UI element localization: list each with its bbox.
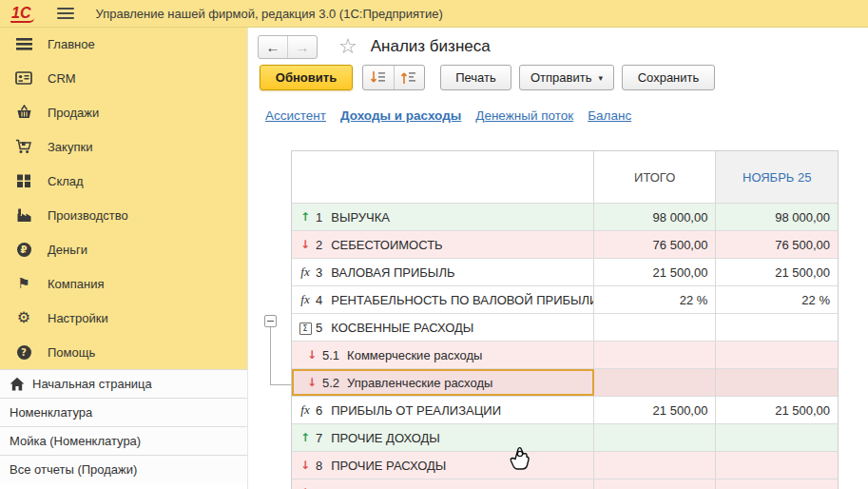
- tree-line: [270, 384, 291, 385]
- row-label-cell[interactable]: ↓5.2Управленческие расходы: [292, 369, 594, 396]
- table-row[interactable]: fx4РЕНТАБЕЛЬНОСТЬ ПО ВАЛОВОЙ ПРИБЫЛИ22 %…: [292, 285, 838, 313]
- period-value-cell[interactable]: 98 000,00: [716, 204, 838, 230]
- table-row[interactable]: ↓2СЕБЕСТОИМОСТЬ76 500,0076 500,00: [292, 230, 838, 258]
- report-tab[interactable]: Денежный поток: [475, 108, 573, 123]
- row-label-cell[interactable]: fx4РЕНТАБЕЛЬНОСТЬ ПО ВАЛОВОЙ ПРИБЫЛИ: [292, 286, 594, 313]
- row-label-cell[interactable]: ↓8ПРОЧИЕ РАСХОДЫ: [292, 452, 594, 479]
- sidebar-item[interactable]: ₽Деньги: [0, 232, 247, 266]
- row-label: ВАЛОВАЯ ПРИБЫЛЬ: [331, 265, 454, 280]
- itogo-value-cell[interactable]: 22 %: [594, 286, 717, 313]
- row-number: 5.2: [322, 376, 339, 390]
- sidebar-item[interactable]: ?Помощь: [0, 335, 247, 369]
- row-label-cell[interactable]: fx6ПРИБЫЛЬ ОТ РЕАЛИЗАЦИИ: [292, 397, 594, 423]
- down-arrow-icon: ↓: [305, 348, 318, 362]
- sidebar-item-label: Закупки: [48, 140, 92, 154]
- report-tab[interactable]: Баланс: [588, 108, 631, 123]
- sidebar-item[interactable]: CRM: [0, 61, 247, 95]
- itogo-value-cell[interactable]: [594, 369, 717, 396]
- sidebar-item[interactable]: ⚙Настройки: [0, 301, 247, 335]
- table-row[interactable]: fx6ПРИБЫЛЬ ОТ РЕАЛИЗАЦИИ21 500,0021 500,…: [292, 396, 838, 423]
- flag-icon: ⚑: [15, 275, 32, 292]
- collapse-group-toggle[interactable]: [264, 315, 277, 327]
- itogo-value-cell[interactable]: 21 500,00: [594, 397, 717, 423]
- save-button[interactable]: Сохранить: [622, 65, 715, 90]
- table-row[interactable]: ↓5.2Управленческие расходы: [292, 368, 838, 396]
- factory-icon: [15, 206, 32, 224]
- page-title: Анализ бизнеса: [371, 37, 491, 56]
- period-value-cell[interactable]: 21 500,00: [716, 397, 838, 423]
- sidebar-item[interactable]: Главное: [0, 27, 247, 61]
- sidebar-item-label: Главное: [48, 37, 95, 51]
- back-button[interactable]: ←: [259, 36, 288, 58]
- sidebar-item[interactable]: Склад: [0, 164, 247, 198]
- row-label-cell[interactable]: ↓5.1Коммерческие расходы: [292, 342, 594, 368]
- formula-fx-icon: fx: [299, 264, 312, 280]
- period-value-cell[interactable]: [716, 342, 838, 368]
- back-arrow-icon: ←: [266, 39, 280, 55]
- row-label-cell[interactable]: ↑7ПРОЧИЕ ДОХОДЫ: [292, 424, 594, 451]
- ruble-circle-icon: ₽: [15, 241, 32, 258]
- app-title: Управление нашей фирмой, редакция 3.0 (1…: [95, 7, 442, 21]
- forward-button[interactable]: →: [288, 36, 317, 58]
- open-window-label: Номенклатура: [10, 405, 92, 420]
- table-row[interactable]: fx3ВАЛОВАЯ ПРИБЫЛЬ21 500,0021 500,00: [292, 258, 838, 285]
- period-value-cell[interactable]: [716, 479, 838, 489]
- sidebar-item[interactable]: ⚑Компания: [0, 266, 247, 301]
- header-period-column[interactable]: НОЯБРЬ 25: [716, 151, 838, 203]
- open-window-item[interactable]: Все отчеты (Продажи): [0, 455, 247, 483]
- table-row[interactable]: ↑7ПРОЧИЕ ДОХОДЫ: [292, 423, 838, 451]
- row-label-cell[interactable]: ↓9ПРОЦЕНТЫ К ВЫПЛАТЕ: [292, 479, 594, 489]
- period-value-cell[interactable]: 21 500,00: [716, 259, 838, 285]
- itogo-value-cell[interactable]: [594, 342, 717, 368]
- itogo-value-cell[interactable]: 21 500,00: [594, 259, 717, 285]
- open-windows-list: Начальная страницаНоменклатураМойка (Ном…: [0, 369, 247, 489]
- sidebar-item[interactable]: Продажи: [0, 95, 247, 129]
- expand-all-button[interactable]: [363, 66, 395, 89]
- send-button[interactable]: Отправить ▾: [519, 65, 614, 90]
- sidebar-item-label: CRM: [48, 71, 76, 86]
- row-label: Управленческие расходы: [347, 376, 492, 390]
- formula-fx-icon: fx: [299, 292, 312, 307]
- row-number: 6: [316, 403, 322, 418]
- row-label-cell[interactable]: fx3ВАЛОВАЯ ПРИБЫЛЬ: [292, 259, 594, 285]
- cart-icon: [15, 138, 32, 155]
- period-value-cell[interactable]: [716, 424, 838, 451]
- up-arrow-icon: ↑: [299, 431, 312, 444]
- row-label: КОСВЕННЫЕ РАСХОДЫ: [331, 321, 473, 335]
- collapse-all-button[interactable]: [395, 66, 425, 89]
- period-value-cell[interactable]: [716, 314, 838, 341]
- report-tab[interactable]: Доходы и расходы: [340, 108, 461, 123]
- period-value-cell[interactable]: [716, 452, 838, 479]
- itogo-value-cell[interactable]: [594, 314, 717, 341]
- basket-icon: [15, 104, 32, 121]
- question-circle-icon: ?: [15, 343, 32, 361]
- open-window-item[interactable]: Номенклатура: [0, 398, 247, 426]
- row-label-cell[interactable]: Σ5КОСВЕННЫЕ РАСХОДЫ: [292, 314, 594, 341]
- report-tab[interactable]: Ассистент: [265, 108, 326, 123]
- open-window-item[interactable]: Начальная страница: [0, 369, 247, 398]
- print-button[interactable]: Печать: [440, 65, 511, 90]
- down-arrow-icon: ↓: [305, 376, 318, 389]
- table-row[interactable]: ↓8ПРОЧИЕ РАСХОДЫ: [292, 451, 838, 479]
- table-row[interactable]: ↑1ВЫРУЧКА98 000,0098 000,00: [292, 203, 838, 230]
- itogo-value-cell[interactable]: [594, 479, 717, 489]
- refresh-button[interactable]: Обновить: [260, 65, 353, 90]
- period-value-cell[interactable]: 76 500,00: [716, 231, 838, 258]
- itogo-value-cell[interactable]: 98 000,00: [594, 204, 717, 230]
- favorite-star-icon[interactable]: ☆: [338, 36, 357, 57]
- sidebar-item[interactable]: Производство: [0, 198, 247, 232]
- itogo-value-cell[interactable]: 76 500,00: [594, 231, 717, 258]
- row-label-cell[interactable]: ↑1ВЫРУЧКА: [292, 204, 594, 230]
- main-menu-icon[interactable]: [57, 8, 74, 19]
- row-label-cell[interactable]: ↓2СЕБЕСТОИМОСТЬ: [292, 231, 594, 258]
- sidebar-item-label: Настройки: [48, 311, 108, 325]
- period-value-cell[interactable]: [716, 369, 838, 396]
- period-value-cell[interactable]: 22 %: [716, 286, 838, 313]
- sidebar-item[interactable]: Закупки: [0, 129, 247, 164]
- open-window-item[interactable]: Мойка (Номенклатура): [0, 426, 247, 455]
- table-row[interactable]: Σ5КОСВЕННЫЕ РАСХОДЫ: [292, 313, 838, 341]
- table-row[interactable]: ↓5.1Коммерческие расходы: [292, 341, 838, 368]
- itogo-value-cell[interactable]: [594, 424, 717, 451]
- itogo-value-cell[interactable]: [594, 452, 717, 479]
- table-row[interactable]: ↓9ПРОЦЕНТЫ К ВЫПЛАТЕ: [292, 479, 838, 489]
